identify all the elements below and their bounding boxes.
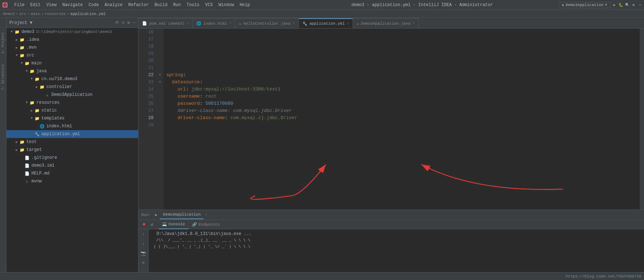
tree-item-target[interactable]: ▶ 📁 target [6,146,138,154]
menu-code[interactable]: Code [86,0,102,10]
code-line-29 [166,122,637,129]
breadcrumb-demo3[interactable]: demo3 [3,12,15,16]
tree-item-mvnw[interactable]: ▷ mvnw [6,177,138,185]
folder-icon-controller: 📁 [39,84,45,90]
tree-item-demo3app[interactable]: ☕ Demo3Application [6,91,138,99]
tab-demo3app[interactable]: ☕ Demo3Application.java × [353,18,419,28]
menu-tools[interactable]: Tools [184,0,202,10]
tree-item-test[interactable]: ▶ 📁 test [6,138,138,146]
menu-window[interactable]: Window [216,0,237,10]
tab-close-demo3app[interactable]: × [413,21,415,25]
run-panel: Run: ▶ Demo3Application × ■ ↺ 💻 Console … [139,210,644,272]
code-editor[interactable]: 16 17 18 19 20 21 22 23 24 25 26 27 28 2… [139,29,644,210]
tree-item-src[interactable]: ▼ 📁 src [6,51,138,59]
index-file-icon: 🌐 [196,21,201,26]
tree-item-java[interactable]: ▼ 📁 java [6,67,138,75]
tab-close-index[interactable]: × [229,21,231,25]
tree-item-idea[interactable]: ▶ 📁 .idea [6,36,138,44]
endpoints-tab[interactable]: 🔗 Endpoints [188,220,223,229]
folder-icon-target: 📁 [19,147,25,153]
tab-hello[interactable]: ☕ helloController.java × [235,18,299,28]
folder-icon-java: 📁 [29,68,35,74]
menu-navigate[interactable]: Navigate [59,0,86,10]
code-line-17 [166,36,637,43]
tree-item-resources[interactable]: ▼ 📁 resources [6,99,138,107]
tree-item-helpmd[interactable]: 📄 HELP.md [6,170,138,177]
tab-pom[interactable]: 📄 pom.xml (demo3) × [139,18,193,28]
debug-button[interactable]: 🐛 [618,3,623,8]
console-area: ↑ ↓ 📷 ⇌ D:\Java\jdk1.8.0_131\bin\java.ex… [139,229,644,272]
tree-item-static[interactable]: ▶ 📁 static [6,107,138,114]
tab-appyml[interactable]: 🔧 application.yml × [299,18,353,28]
structure-label[interactable]: 1: Project [1,32,5,54]
tab-close-appyml[interactable]: × [347,22,349,26]
demo3app-file-icon: ☕ [357,21,359,26]
panel-collapse-icon[interactable]: ≡ [122,20,124,25]
vertical-scrollbar[interactable] [640,29,644,210]
search-button[interactable]: 🔍 [625,3,630,8]
breadcrumb-resources[interactable]: resources [45,12,66,16]
menu-run[interactable]: Run [170,0,184,10]
run-tab-demo3[interactable]: Demo3Application [160,211,203,219]
structure-panel: 1: Project 7: Structure [0,18,6,272]
tree-item-gitignore[interactable]: 📄 .gitignore [6,154,138,162]
structure-label-2[interactable]: 7: Structure [1,64,5,90]
tree-item-demo3iml[interactable]: 📄 demo3.iml [6,162,138,170]
tree-item-demo3[interactable]: ▼ 📁 demo3 D:\IdeaProjects\springBoot\dem… [6,28,138,36]
tree-arrow-test: ▶ [14,140,19,144]
console-tab[interactable]: 💻 Console [159,220,188,229]
status-url[interactable]: https://blog.csdn.net/YOUYOU0710 [566,274,641,279]
folder-icon-cn: 📁 [34,76,40,82]
menu-analyze[interactable]: Analyze [102,0,125,10]
run-tab-close[interactable]: × [205,213,207,217]
menu-file[interactable]: File [11,0,27,10]
tree-item-appyml[interactable]: 🔧 application.yml [6,130,138,138]
menu-build[interactable]: Build [152,0,170,10]
tree-item-cn[interactable]: ▼ 📁 cn.uu710.demo3 [6,75,138,83]
minimize-button[interactable]: — [638,3,643,8]
tree-item-indexhtml[interactable]: 🌐 index.html [6,122,138,130]
tab-close-pom[interactable]: × [187,21,189,25]
run-button[interactable]: ▶ [612,3,617,8]
tree-item-mvn[interactable]: ▶ 📁 .mvn [6,44,138,51]
rerun-button[interactable]: ↺ [148,221,156,229]
panel-settings-icon[interactable]: ⚙ [127,20,130,25]
run-tabs: Run: ▶ Demo3Application × [139,210,644,220]
tree-arrow-static: ▶ [29,109,34,113]
tab-close-hello[interactable]: × [293,21,295,25]
tree-item-main[interactable]: ▼ 📁 main [6,59,138,67]
wrap-btn[interactable]: ⇌ [140,259,147,266]
panel-title: Project ▼ [9,20,112,25]
tab-index[interactable]: 🌐 index.html × [193,18,235,28]
tree-item-templates[interactable]: ▼ 📁 templates [6,114,138,122]
settings-button[interactable]: ⚙ [631,3,636,8]
scroll-down-btn[interactable]: ↓ [140,240,147,248]
folder-icon-mvn: 📁 [19,45,25,50]
window-title: demo3 - application.yml - IntelliJ IDEA … [285,3,559,8]
tree-arrow-resources: ▼ [24,101,29,104]
file-icon-appyml: 🔧 [34,131,40,137]
run-label: Run: [141,213,151,217]
run-config-selector[interactable]: ▶ Demo3Application ▼ [559,2,610,8]
menu-vcs[interactable]: VCS [202,0,216,10]
file-icon-indexhtml: 🌐 [39,123,45,129]
panel-minimize-icon[interactable]: — [133,20,135,25]
code-val-password: 5001170080 [205,100,233,107]
menu-bar: File Edit View Navigate Code Analyze Ref… [0,0,644,10]
menu-view[interactable]: View [44,0,60,10]
menu-refactor[interactable]: Refactor [125,0,152,10]
camera-btn[interactable]: 📷 [140,249,147,257]
stop-button[interactable]: ■ [140,221,148,229]
menu-edit[interactable]: Edit [27,0,44,10]
console-icon: 💻 [162,222,167,226]
tree-item-controller[interactable]: ▶ 📁 controller [6,83,138,91]
code-content[interactable]: spring: datasource: url: jdbc:mysql://lo… [163,29,640,210]
code-key-password: password [177,100,200,107]
scroll-up-btn[interactable]: ↑ [140,231,147,239]
run-app-icon: ▶ [155,213,157,217]
panel-sync-icon[interactable]: ⟳ [115,20,119,25]
breadcrumb-main[interactable]: main [31,12,40,16]
menu-help[interactable]: Help [237,0,253,10]
breadcrumb-file[interactable]: application.yml [70,12,106,16]
breadcrumb-src[interactable]: src [19,12,26,16]
